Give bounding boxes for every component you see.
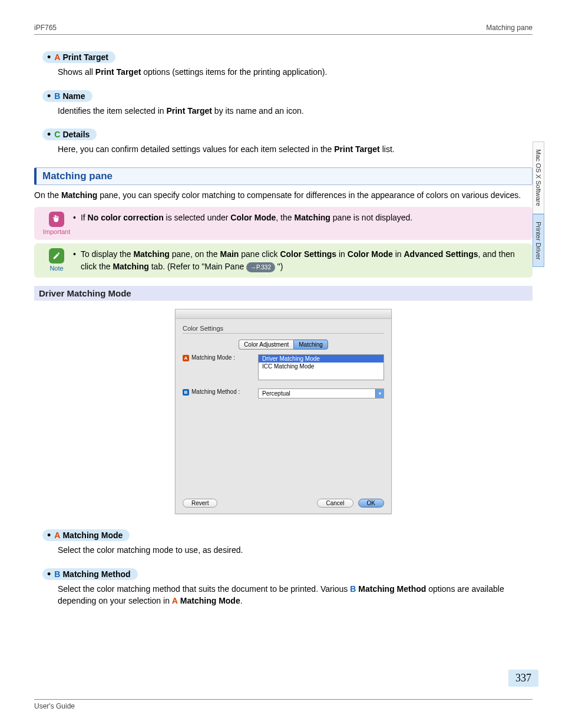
pencil-icon [49,248,64,263]
pill-letter: A [54,531,60,540]
marker-a-icon: A [183,355,189,361]
select-value: Perceptual [262,390,290,397]
ok-button[interactable]: OK [358,499,384,508]
item-matching-mode-desc: Select the color matching mode to use, a… [58,545,533,556]
section-heading: Matching pane [34,167,533,185]
side-tab-printer-driver[interactable]: Printer Driver [533,214,544,268]
item-matching-method: • B Matching Method Select the color mat… [34,564,533,607]
tab-matching[interactable]: Matching [293,340,328,350]
important-callout: Important • If No color correction is se… [34,207,533,240]
tab-color-adjustment[interactable]: Color Adjustment [239,340,293,350]
dialog-tabs: Color Adjustment Matching [183,340,384,350]
matching-mode-listbox[interactable]: Driver Matching Mode ICC Matching Mode [258,354,384,380]
side-tabs: Mac OS X Software Printer Driver [533,141,546,267]
pill-title: Matching Method [62,569,130,579]
dialog-title: Color Settings [183,325,384,334]
dialog-footer: Revert Cancel OK [183,495,384,508]
color-settings-dialog: Color Settings Color Adjustment Matching… [175,309,392,514]
item-a: • A Print Target Shows all Print Target … [34,47,533,78]
note-label: Note [40,265,73,272]
note-text: • To display the Matching pane, on the M… [73,248,527,273]
footer-text: User's Guide [34,702,75,710]
note-icon-col: Note [40,248,73,272]
pill-matching-method: • B Matching Method [42,568,138,580]
important-text: • If No color correction is selected und… [73,212,527,224]
item-b-desc: Identifies the item selected in Print Ta… [58,106,533,117]
pill-print-target: • A Print Target [42,51,115,63]
pill-letter: A [54,52,60,62]
pill-title: Details [62,130,90,139]
list-item[interactable]: Driver Matching Mode [259,355,384,363]
bullet-icon: • [73,248,76,273]
pill-letter: C [54,130,60,139]
pill-title: Name [62,91,85,101]
header-right: Matching pane [486,24,533,32]
pill-matching-mode: • A Matching Mode [42,529,130,541]
side-tab-mac-os-x-software[interactable]: Mac OS X Software [533,141,544,214]
bullet-icon: • [47,532,51,539]
section-intro: On the Matching pane, you can specify co… [34,190,533,202]
important-icon-col: Important [40,212,73,235]
page-header: iPF765 Matching pane [34,24,533,35]
label-matching-mode: Matching Mode : [191,354,235,361]
row-matching-mode: AMatching Mode : Driver Matching Mode IC… [183,354,384,380]
marker-b-icon: B [183,389,189,396]
pill-name: • B Name [42,90,92,102]
note-callout: Note • To display the Matching pane, on … [34,243,533,278]
page-footer: User's Guide [34,699,533,710]
header-left: iPF765 [34,24,57,32]
bullet-icon: • [47,131,51,138]
page-ref-link[interactable]: →P.332 [246,262,275,272]
label-matching-method: Matching Method : [191,388,240,395]
row-matching-method: BMatching Method : Perceptual ▾ [183,388,384,398]
revert-button[interactable]: Revert [183,499,217,508]
pill-details: • C Details [42,129,97,140]
pill-letter: B [54,569,60,579]
pill-title: Matching Mode [62,531,123,540]
subheading-driver-matching-mode: Driver Matching Mode [34,286,533,301]
section-title: Matching pane [42,170,113,182]
cancel-button[interactable]: Cancel [317,499,353,508]
bullet-icon: • [47,54,51,61]
item-c: • C Details Here, you can confirm detail… [34,124,533,156]
list-item[interactable]: ICC Matching Mode [259,363,384,370]
chevron-updown-icon: ▾ [375,389,384,398]
pill-title: Print Target [62,52,108,62]
item-b: • B Name Identifies the item selected in… [34,85,533,117]
bullet-icon: • [73,212,76,224]
item-matching-method-desc: Select the color matching method that su… [58,584,533,607]
bullet-icon: • [47,93,51,100]
dialog-screenshot: Color Settings Color Adjustment Matching… [34,309,533,514]
item-c-desc: Here, you can confirm detailed settings … [58,144,533,156]
page-number: 337 [508,670,538,687]
pill-letter: B [54,91,60,101]
important-label: Important [40,228,73,235]
dialog-titlebar [176,309,391,319]
matching-method-select[interactable]: Perceptual ▾ [258,388,384,398]
hand-icon [49,212,64,227]
item-a-desc: Shows all Print Target options (settings… [58,67,533,78]
item-matching-mode: • A Matching Mode Select the color match… [34,525,533,556]
bullet-icon: • [47,571,51,578]
